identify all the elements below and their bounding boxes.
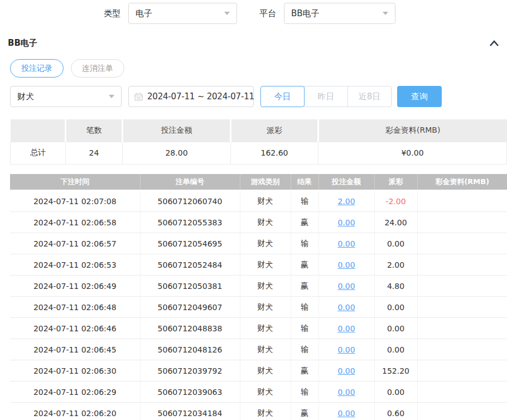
summary-header-payout: 派彩 [231,119,318,142]
order-number-cell: 5060712055383 [140,212,240,233]
bet-amount-cell: 0.00 [318,297,374,318]
bet-time-cell: 2024-07-11 02:06:29 [10,382,140,403]
bet-amount-link[interactable]: 0.00 [337,409,355,418]
game-type-cell: 财犬 [240,318,291,339]
page: 类型 电子 平台 BB电子 BB电子 投注记录 连消注单 财犬 [0,0,507,420]
game-type-cell: 财犬 [240,254,291,276]
bonus-cell [417,360,507,382]
bet-amount-link[interactable]: 2.00 [337,197,355,206]
tabs: 投注记录 连消注单 [10,59,507,78]
summary-table: 笔数 投注金额 派彩 彩金资料(RMB) 总计 24 28.00 162.60 … [10,119,507,165]
result-cell: 输 [291,318,318,339]
result-cell: 输 [291,382,318,403]
quick-today-button[interactable]: 今日 [260,86,305,107]
game-select[interactable]: 财犬 [10,86,122,107]
bet-amount-cell: 0.00 [318,276,374,297]
payout-cell: 24.00 [374,212,417,233]
summary-header-bet-amount: 投注金额 [123,119,231,142]
summary-total-label: 总计 [11,142,66,164]
order-number-cell: 5060712060740 [140,191,240,212]
records-header-bet-time: 下注时间 [10,174,140,191]
bonus-cell [417,212,507,233]
bet-time-cell: 2024-07-11 02:06:45 [10,339,140,360]
platform-select[interactable]: BB电子 [284,3,395,24]
payout-cell: 0.60 [374,403,417,420]
records-header-game-type: 游戏类别 [240,174,291,191]
quick-yesterday-button[interactable]: 昨日 [304,86,348,107]
order-number-cell: 5060712039063 [140,382,240,403]
summary-total-bonus: ¥0.00 [318,142,507,164]
bet-amount-cell: 0.00 [318,212,374,233]
order-number-cell: 5060712048126 [140,339,240,360]
bet-amount-cell: 0.00 [318,382,374,403]
bonus-cell [417,403,507,420]
summary-total-row: 总计 24 28.00 162.60 ¥0.00 [11,142,507,164]
platform-select-value: BB电子 [291,8,320,19]
bonus-cell [417,191,507,212]
result-cell: 赢 [291,276,318,297]
record-row: 2024-07-11 02:06:295060712039063财犬输0.000… [10,382,507,403]
bet-amount-cell: 0.00 [318,403,374,420]
records-header-bet-amount: 投注金额 [318,174,374,191]
result-cell: 赢 [291,360,318,382]
payout-cell: -2.00 [374,191,417,212]
game-type-cell: 财犬 [240,233,291,254]
bet-amount-link[interactable]: 0.00 [337,303,355,312]
summary-total-payout: 162.60 [231,142,318,164]
bet-amount-cell: 0.00 [318,339,374,360]
calendar-icon [134,93,143,101]
order-number-cell: 5060712054695 [140,233,240,254]
game-type-cell: 财犬 [240,191,291,212]
result-cell: 输 [291,191,318,212]
order-number-cell: 5060712039792 [140,360,240,382]
game-type-cell: 财犬 [240,297,291,318]
query-bar: 财犬 2024-07-11 ~ 2024-07-11 今日 昨日 近8日 查询 [10,86,507,107]
chevron-up-icon[interactable] [489,40,499,47]
bonus-cell [417,254,507,276]
caret-down-icon [383,12,388,15]
bet-time-cell: 2024-07-11 02:06:30 [10,360,140,382]
bet-amount-cell: 0.00 [318,254,374,276]
bet-amount-cell: 0.00 [318,318,374,339]
payout-cell: 0.00 [374,382,417,403]
type-select[interactable]: 电子 [128,3,237,24]
bet-time-cell: 2024-07-11 02:07:08 [10,191,140,212]
summary-total-count: 24 [66,142,123,164]
bet-amount-link[interactable]: 0.00 [337,260,355,269]
bet-amount-link[interactable]: 0.00 [337,282,355,291]
quick-last8days-button[interactable]: 近8日 [347,86,392,107]
tab-cancelled-orders[interactable]: 连消注单 [71,59,124,78]
type-select-value: 电子 [136,8,152,19]
payout-cell: 0.00 [374,318,417,339]
bonus-cell [417,276,507,297]
bet-amount-link[interactable]: 0.00 [337,366,355,375]
date-range-input[interactable]: 2024-07-11 ~ 2024-07-11 [128,86,254,107]
search-button[interactable]: 查询 [397,86,442,107]
order-number-cell: 5060712049607 [140,297,240,318]
record-row: 2024-07-11 02:06:465060712048838财犬输0.000… [10,318,507,339]
bonus-cell [417,318,507,339]
payout-cell: 152.20 [374,360,417,382]
bet-time-cell: 2024-07-11 02:06:20 [10,403,140,420]
record-row: 2024-07-11 02:06:585060712055383财犬赢0.002… [10,212,507,233]
bet-time-cell: 2024-07-11 02:06:58 [10,212,140,233]
record-row: 2024-07-11 02:06:455060712048126财犬输0.000… [10,339,507,360]
bet-amount-cell: 0.00 [318,360,374,382]
tab-bet-records[interactable]: 投注记录 [10,59,64,78]
quick-range-group: 今日 昨日 近8日 [260,86,392,107]
bet-amount-link[interactable]: 0.00 [337,218,355,227]
bet-amount-link[interactable]: 0.00 [337,239,355,248]
bet-amount-link[interactable]: 0.00 [337,388,355,397]
game-type-cell: 财犬 [240,339,291,360]
section-title: BB电子 [8,38,37,49]
bet-time-cell: 2024-07-11 02:06:49 [10,276,140,297]
bet-amount-cell: 2.00 [318,191,374,212]
order-number-cell: 5060712034184 [140,403,240,420]
bonus-cell [417,233,507,254]
bonus-cell [417,339,507,360]
bet-amount-link[interactable]: 0.00 [337,345,355,354]
order-number-cell: 5060712050381 [140,276,240,297]
bet-amount-link[interactable]: 0.00 [337,324,355,333]
date-range-value: 2024-07-11 ~ 2024-07-11 [147,91,254,102]
result-cell: 输 [291,233,318,254]
